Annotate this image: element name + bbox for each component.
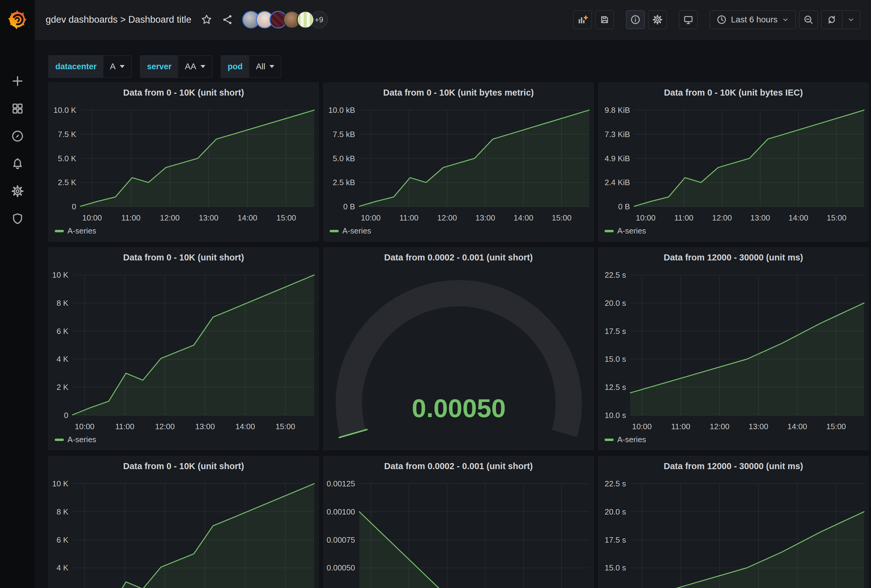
zoom-out-button[interactable] [799,10,818,29]
variable-pod[interactable]: pod All [221,55,281,78]
timeseries-chart[interactable]: 10.0 s12.5 s15.0 s17.5 s20.0 s22.5 s10:0… [599,248,869,450]
caret-down-icon [201,65,205,68]
panel-title[interactable]: Data from 0 - 10K (unit short) [49,253,319,263]
legend-item[interactable]: A-series [55,435,96,444]
panel-3: 0 B2.4 KiB4.9 KiB7.3 KiB9.8 KiB10:0011:0… [598,82,869,241]
configuration-gear-icon[interactable] [11,184,24,198]
y-axis-tick: 0.00100 [327,507,355,516]
legend-item[interactable]: A-series [605,435,646,444]
legend-item[interactable]: A-series [330,226,371,236]
x-axis-tick: 12:00 [160,213,180,222]
refresh-interval-dropdown[interactable] [842,10,860,29]
y-axis-tick: 5.0 K [58,154,76,163]
server-admin-shield-icon[interactable] [11,212,24,225]
panel-title[interactable]: Data from 12000 - 30000 (unit ms) [599,461,868,471]
panel-8: 00.000250.000500.000750.001000.0012510:0… [323,456,594,588]
legend-swatch [605,438,614,441]
alerting-bell-icon[interactable] [11,157,24,170]
y-axis-tick: 20.0 s [605,507,626,516]
panel-title[interactable]: Data from 0.0002 - 0.001 (unit short) [323,253,593,263]
time-range-picker[interactable]: Last 6 hours [710,10,796,29]
gauge-value: 0.00050 [412,393,506,423]
share-icon[interactable] [221,13,234,26]
variable-value-dropdown[interactable]: All [249,56,281,78]
variable-datacenter[interactable]: datacenter A [48,55,132,78]
chevron-down-icon [781,16,789,24]
dashboard-viewers: +9 [242,11,328,28]
timeseries-chart[interactable]: 02 K4 K6 K8 K10 K10:0011:0012:0013:0014:… [49,456,319,588]
panel-2: 0 B2.5 kB5.0 kB7.5 kB10.0 kB10:0011:0012… [323,82,594,241]
star-icon[interactable] [201,13,213,26]
save-dashboard-button[interactable] [595,10,614,29]
timeseries-chart[interactable]: 02.5 K5.0 K7.5 K10.0 K10:0011:0012:0013:… [49,83,319,241]
x-axis-tick: 15:00 [826,422,846,431]
refresh-button-group [821,10,860,29]
y-axis-tick: 0.00050 [327,563,355,572]
y-axis-tick: 12.5 s [605,383,626,392]
gauge-chart[interactable]: 0.00050 [323,248,594,450]
panel-title[interactable]: Data from 0 - 10K (unit short) [49,88,319,98]
timeseries-chart[interactable]: 0 B2.5 kB5.0 kB7.5 kB10.0 kB10:0011:0012… [323,83,594,241]
x-axis-tick: 10:00 [75,422,94,431]
timeseries-chart[interactable]: 02 K4 K6 K8 K10 K10:0011:0012:0013:0014:… [49,248,319,450]
y-axis-tick: 2.4 KiB [605,178,630,187]
x-axis-tick: 14:00 [789,213,808,222]
x-axis-tick: 14:00 [513,213,533,222]
time-range-label: Last 6 hours [731,15,778,24]
caret-down-icon [120,65,124,68]
x-axis-tick: 10:00 [632,422,652,431]
y-axis-tick: 15.0 s [605,355,626,364]
x-axis-tick: 15:00 [275,422,295,431]
y-axis-tick: 0.00075 [327,536,355,545]
y-axis-tick: 6 K [57,327,69,336]
y-axis-tick: 22.5 s [605,271,626,280]
x-axis-tick: 14:00 [235,422,255,431]
timeseries-chart[interactable]: 10.0 s12.5 s15.0 s17.5 s20.0 s22.5 s10:0… [599,456,869,588]
breadcrumb[interactable]: gdev dashboards > Dashboard title [46,14,192,25]
x-axis-tick: 14:00 [238,213,257,222]
sidebar [0,0,35,588]
variable-server[interactable]: server AA [140,55,212,78]
x-axis-tick: 12:00 [155,422,175,431]
panel-9: 10.0 s12.5 s15.0 s17.5 s20.0 s22.5 s10:0… [598,456,869,588]
avatar[interactable] [297,11,314,28]
timeseries-chart[interactable]: 0 B2.4 KiB4.9 KiB7.3 KiB9.8 KiB10:0011:0… [599,83,869,241]
dashboard-grid: 02.5 K5.0 K7.5 K10.0 K10:0011:0012:0013:… [48,82,869,588]
y-axis-tick: 10.0 kB [328,106,355,115]
add-panel-button[interactable] [573,10,592,29]
panel-title[interactable]: Data from 0.0002 - 0.001 (unit short) [323,461,593,471]
legend-item[interactable]: A-series [55,226,96,236]
legend-swatch [55,438,64,441]
panel-info-button[interactable] [626,10,645,29]
x-axis-tick: 11:00 [400,213,419,222]
legend-swatch [605,230,614,232]
template-variables: datacenter A server AA pod All [48,55,281,78]
y-axis-tick: 0.00125 [327,479,355,488]
explore-compass-icon[interactable] [11,129,24,143]
y-axis-tick: 0 [64,411,68,420]
create-plus-icon[interactable] [11,75,24,88]
x-axis-tick: 14:00 [787,422,807,431]
panel-title[interactable]: Data from 0 - 10K (unit bytes IEC) [599,88,868,98]
refresh-button[interactable] [822,10,842,29]
y-axis-tick: 7.5 kB [333,130,355,139]
dashboards-grid-icon[interactable] [11,102,24,115]
legend-item[interactable]: A-series [605,226,646,236]
variable-value-dropdown[interactable]: AA [178,56,212,78]
panel-title[interactable]: Data from 0 - 10K (unit short) [49,461,319,471]
timeseries-chart[interactable]: 00.000250.000500.000750.001000.0012510:0… [323,456,594,588]
grafana-logo[interactable] [7,9,27,30]
panel-5: 0.00050Data from 0.0002 - 0.001 (unit sh… [323,247,594,450]
y-axis-tick: 7.3 KiB [605,130,630,139]
variable-value-dropdown[interactable]: A [103,56,132,78]
x-axis-tick: 10:00 [361,213,380,222]
chevron-down-icon [847,16,855,24]
cycle-view-mode-button[interactable] [679,10,698,29]
legend-label: A-series [67,435,96,444]
dashboard-settings-button[interactable] [648,10,667,29]
x-axis-tick: 11:00 [121,213,140,222]
y-axis-tick: 17.5 s [605,536,626,545]
panel-title[interactable]: Data from 12000 - 30000 (unit ms) [599,253,868,263]
toolbar: Last 6 hours [573,10,860,29]
panel-title[interactable]: Data from 0 - 10K (unit bytes metric) [323,88,593,98]
